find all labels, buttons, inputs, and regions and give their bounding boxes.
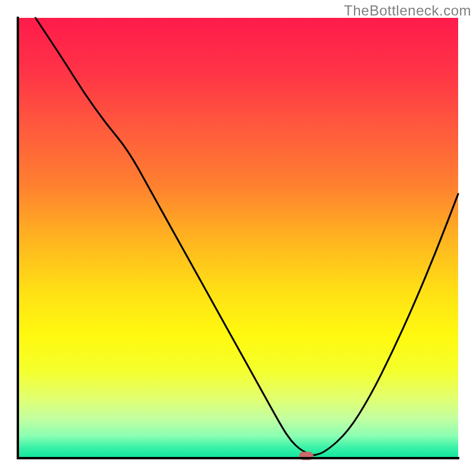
chart-svg — [0, 0, 476, 476]
chart-frame: TheBottleneck.com — [0, 0, 476, 476]
plot-background — [18, 18, 458, 458]
watermark-text: TheBottleneck.com — [344, 2, 471, 19]
